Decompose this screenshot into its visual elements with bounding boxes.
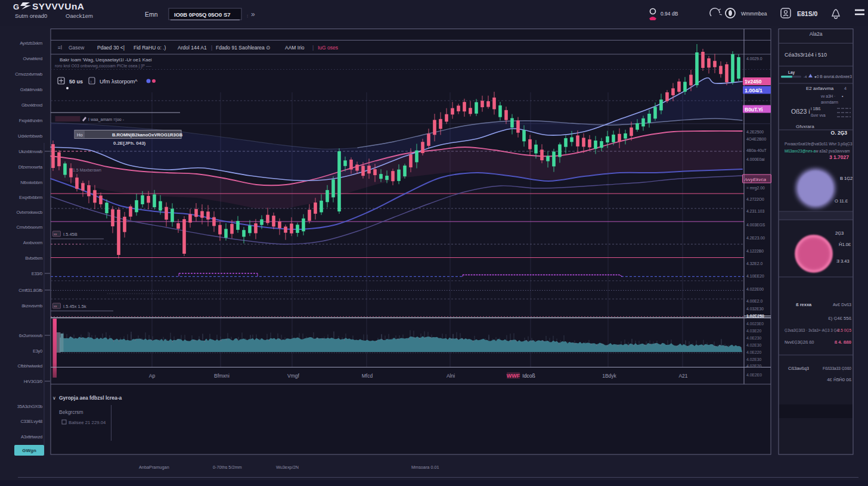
svg-text:w a3a2 pva3avvvam: w a3a2 pva3avvvam [815,149,850,154]
svg-text:Ap: Ap [149,373,156,379]
svg-text:Mmsoara 0.01: Mmsoara 0.01 [411,465,439,470]
svg-text:Ala2a: Ala2a [810,31,823,37]
svg-text:Axxbvxxm: Axxbvxxm [23,240,42,245]
svg-text:4.0E2E0: 4.0E2E0 [746,373,762,377]
svg-text:ß rexxa: ß rexxa [796,302,812,307]
svg-text:Ardol 144 A1: Ardol 144 A1 [178,45,207,51]
svg-text:xx: xx [54,232,57,236]
svg-text:= mrg2.00: = mrg2.00 [746,186,765,191]
svg-text:1Bdyk: 1Bdyk [602,373,616,379]
svg-text:4.0E230: 4.0E230 [746,336,762,340]
svg-text:A3xttrtwxzd: A3xttrtwxzd [21,434,42,440]
svg-text:GWgn: GWgn [22,448,36,453]
svg-text:C33ELvy48: C33ELvy48 [20,419,42,424]
svg-text:G: G [13,2,19,11]
svg-text:Ģ3va3Ģ3ß3 · 3v3a3+·AĢ3 3 Ģ4i: Ģ3va3Ģ3ß3 · 3v3a3+·AĢ3 3 Ģ4i [785,328,839,333]
svg-text:Pvvaacrßxat1fe@vat3cß1 Wtvr 3.: Pvvaacrßxat1fe@vat3cß1 Wtvr 3.pßqĢ3 [785,142,852,147]
svg-text:E2 axfavvma: E2 axfavvma [806,86,834,91]
svg-text:4B0a-40uT: 4B0a-40uT [746,148,767,152]
svg-text:HrV3G3/0: HrV3G3/0 [24,379,42,384]
svg-text:●0 B·axvrai.dvxbxee3: ●0 B·axvrai.dvxbxee3 [814,74,852,79]
svg-text:Dfzxmxxwrta: Dfzxmxxwrta [18,164,43,170]
svg-text:Cfbbhwiwxkd: Cfbbhwiwxkd [18,363,43,369]
svg-text:A21: A21 [678,373,687,379]
svg-text:Exqxttxbbrm: Exqxttxbbrm [19,195,42,200]
svg-text:-4: -4 [804,75,807,79]
svg-text:Balisee 21 229.04: Balisee 21 229.04 [69,420,106,425]
svg-text:I waa_amam =|oo -: I waa_amam =|oo - [88,117,125,122]
svg-text:vv a3H ·: vv a3H · [821,94,835,98]
svg-text:1v2450: 1v2450 [745,79,762,85]
svg-text:8kzxvsvmb: 8kzxvsvmb [21,303,42,309]
svg-text:4.1222B0: 4.1222B0 [746,249,764,253]
svg-text:1.5 Maxberawn: 1.5 Maxberawn [73,168,101,172]
svg-text:Gasew: Gasew [69,45,85,51]
svg-text:I.5.45x 1.5k: I.5.45x 1.5k [63,304,86,309]
svg-text:O. 2Ģ3: O. 2Ģ3 [831,130,848,136]
svg-text:AvƐ Dvß3: AvƐ Dvß3 [833,303,851,307]
svg-text:B 1Ģ2: B 1Ģ2 [840,176,852,181]
svg-text:Wu3exp/2N: Wu3exp/2N [276,465,299,470]
svg-text:Ǝ 3.43: Ǝ 3.43 [836,258,850,264]
svg-text:xx: xx [54,304,57,308]
svg-text:Cmvzzxtvmwb: Cmvzzxtvmwb [15,71,42,77]
svg-text:4.03E20: 4.03E20 [746,329,762,333]
svg-text:≡l: ≡l [58,45,62,51]
svg-text:4Ɛ Ĥ5Ĥ0 0ß: 4Ɛ Ĥ5Ĥ0 0ß [827,377,851,382]
svg-text:i 1Bß: i 1Bß [811,107,820,111]
svg-text:4O4E2B00: 4O4E2B00 [746,137,766,141]
svg-text:4.10EE20: 4.10EE20 [746,274,764,278]
svg-text:AnbaPramugan: AnbaPramugan [139,465,169,470]
svg-text:Ovrwtrkrrd: Ovrwtrkrrd [23,56,43,61]
svg-text:Emn: Emn [145,11,158,18]
svg-text:50 us: 50 us [69,79,83,85]
svg-text:E81S/0: E81S/0 [797,10,818,17]
svg-text:Fdado 91 Saohlearea ⊙: Fdado 91 Saohlearea ⊙ [216,45,270,51]
svg-text:IuG oses: IuG oses [318,45,338,51]
svg-text:Bfmxni: Bfmxni [214,373,230,379]
svg-text:ß 4. ßß0: ß 4. ßß0 [835,339,851,345]
svg-text:Ɛ) Ģ4Ɛ 55ß: Ɛ) Ģ4Ɛ 55ß [828,316,851,321]
svg-text:Sutm oread0: Sutm oread0 [15,13,47,19]
svg-text:Fßß33a33 Ģ0ß0: Fßß33a33 Ģ0ß0 [823,366,851,371]
svg-text:6x2umxxxvb: 6x2umxxxvb [19,333,42,338]
svg-text:2Ģ3: 2Ģ3 [835,230,844,236]
svg-text:»: » [251,10,255,18]
svg-text:B.ROMN|B2kanoOxVROG1R3GB: B.ROMN|B2kanoOxVROG1R3GB [112,132,183,138]
svg-text:Ufm λstorpom^: Ufm λstorpom^ [100,78,138,85]
svg-text:0.2E[JPh. 043): 0.2E[JPh. 043) [113,141,146,146]
svg-text:Udxkrrbbwxb: Udxkrrbbwxb [18,133,42,139]
svg-text:Gyropja aea fdbzsl lcrea-a: Gyropja aea fdbzsl lcrea-a [59,395,122,401]
svg-text:4: 4 [844,86,847,91]
svg-text:Bekgrcrsm: Bekgrcrsm [59,409,83,415]
svg-text:4.02E20: 4.02E20 [746,364,762,368]
svg-text:Céa3s3r1é4 i 510: Céa3s3r1é4 i 510 [785,52,827,58]
svg-text:axxndarrn: axxndarrn [821,100,838,104]
svg-text:4.32E2.0: 4.32E2.0 [746,261,762,266]
svg-text:1.004/1: 1.004/1 [745,88,762,94]
svg-text:Wmmmbea: Wmmmbea [741,11,767,17]
svg-text:Cmft31.8Gfb: Cmft31.8Gfb [18,288,42,293]
svg-text:WWF: WWF [507,373,520,379]
svg-text:4.00E2.0: 4.00E2.0 [746,299,762,303]
svg-text:Gfvxrara: Gfvxrara [796,124,814,129]
svg-text:Idcoß: Idcoß [522,373,535,379]
svg-text:4.0029.0: 4.0029.0 [746,57,762,61]
svg-text:Bakr loam 'Wag, Ueqaaetayt1l -: Bakr loam 'Wag, Ueqaaetayt1l -Ur oe1 Kae… [60,57,152,63]
svg-text:Gxbktrrvxkb: Gxbktrrvxkb [20,87,42,92]
svg-text:4.2E2500: 4.2E2500 [746,130,764,134]
svg-text:4.02E30: 4.02E30 [746,357,762,362]
svg-text:E33/0: E33/0 [32,271,42,276]
svg-text:Cß3avßq3: Cß3avßq3 [788,366,809,371]
svg-text:4.0E220: 4.0E220 [746,350,762,354]
svg-text::: : [247,13,248,18]
svg-text:4.0023E0: 4.0023E0 [746,322,764,326]
svg-text:Fid RaHU o: .): Fid RaHU o: .) [134,45,166,51]
svg-text:O 11.Ɛ: O 11.Ɛ [835,198,848,204]
svg-text:Cmvtxtxwxvm: Cmvtxtxwxvm [16,225,42,230]
svg-text:4.003EGS: 4.003EGS [746,223,765,227]
svg-text:4.032E30: 4.032E30 [746,307,764,311]
svg-text:Ovtxmxkwvcb: Ovtxmxkwvcb [16,210,42,215]
svg-text:Nttxxkxbbm: Nttxxkxbbm [20,180,42,185]
svg-text:roro krol O03 onbwvwg,coccoam: roro krol O03 onbwvwg,coccoam PICte osea… [55,64,152,68]
